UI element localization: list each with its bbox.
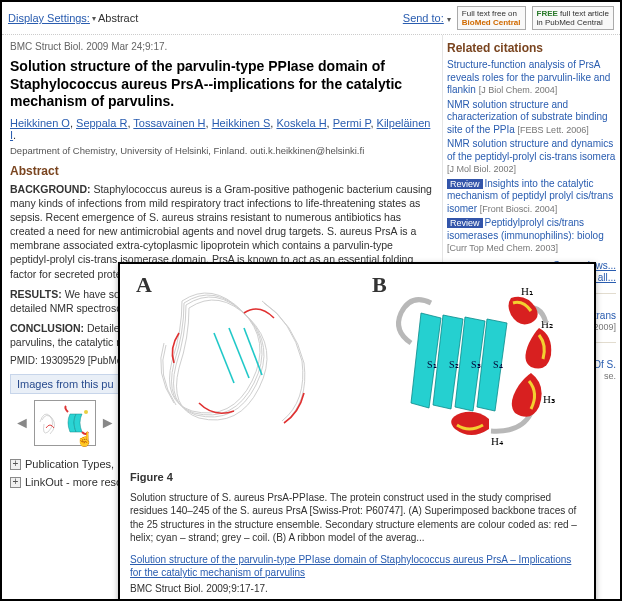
partial-line: Of S. [593, 359, 616, 370]
send-to[interactable]: Send to: ▾ [403, 12, 451, 24]
figure-source-link[interactable]: Solution structure of the parvulin-type … [130, 553, 584, 580]
expander-label: LinkOut - more reso [25, 476, 122, 488]
citation-link[interactable]: NMR solution structure and characterizat… [447, 99, 616, 137]
svg-point-0 [84, 410, 88, 414]
plus-icon: + [10, 477, 21, 488]
badge-line2: BioMed Central [462, 18, 521, 27]
svg-text:S₄: S₄ [493, 359, 503, 370]
protein-ribbon-svg: H₁ H₂ H₃ H₄ S₁ S₂ S₃ [371, 273, 571, 453]
background-label: BACKGROUND: [10, 183, 91, 195]
svg-text:H₃: H₃ [543, 393, 555, 405]
results-label: RESULTS: [10, 288, 62, 300]
send-to-link[interactable]: Send to: [403, 12, 444, 24]
affiliation: Department of Chemistry, University of H… [10, 145, 434, 156]
display-settings-link[interactable]: Display Settings: [8, 12, 90, 24]
author-link[interactable]: Tossavainen H [133, 117, 205, 129]
author-link[interactable]: Heikkinen S [212, 117, 271, 129]
pmc-badge[interactable]: FREE FREE full text articlefull text art… [532, 6, 614, 30]
badge-line1: FREE FREE full text articlefull text art… [537, 9, 609, 18]
figure-image-area[interactable]: A B [120, 264, 594, 462]
author-link[interactable]: Seppala R [76, 117, 127, 129]
citation-link[interactable]: ReviewInsights into the catalytic mechan… [447, 178, 616, 216]
biomed-central-badge[interactable]: Full text free on BioMed Central [457, 6, 526, 30]
figure-thumbnail[interactable]: ☝ [34, 400, 96, 446]
hand-cursor-icon: ☝ [76, 431, 93, 447]
display-settings-value: Abstract [98, 12, 138, 24]
display-settings[interactable]: Display Settings: ▾ Abstract [8, 12, 138, 24]
chevron-down-icon: ▾ [447, 15, 451, 24]
figure-popup: A B [118, 262, 596, 601]
journal-citation: BMC Struct Biol. 2009 Mar 24;9:17. [10, 41, 434, 52]
related-citations-heading: Related citations [447, 41, 616, 55]
partial-line: se. [604, 371, 616, 381]
related-citations-section: Related citations Structure-function ana… [447, 41, 616, 283]
author-link[interactable]: Permi P [333, 117, 371, 129]
figure-caption-text: Solution structure of S. aureus PrsA-PPI… [130, 492, 577, 544]
figure-source-meta: BMC Struct Biol. 2009;9:17-17. [130, 582, 584, 596]
citation-link[interactable]: NMR solution structure and dynamics of t… [447, 138, 616, 176]
author-list: Heikkinen O, Seppala R, Tossavainen H, H… [10, 117, 434, 141]
protein-ensemble-svg [144, 273, 344, 453]
svg-text:S₃: S₃ [471, 359, 481, 370]
author-link[interactable]: Koskela H [276, 117, 326, 129]
review-tag: Review [447, 179, 483, 189]
expander-label: Publication Types, M [25, 458, 126, 470]
related-citations-list: Structure-function analysis of PrsA reve… [447, 59, 616, 255]
paper-title: Solution structure of the parvulin-type … [10, 58, 434, 111]
abstract-heading: Abstract [10, 164, 434, 178]
badge-line2: in PubMed Central [537, 18, 609, 27]
prev-thumb-arrow[interactable]: ◄ [14, 414, 30, 432]
svg-text:S₁: S₁ [427, 359, 437, 370]
plus-icon: + [10, 459, 21, 470]
figure-caption: Figure 4 Solution structure of S. aureus… [120, 462, 594, 601]
review-tag: Review [447, 218, 483, 228]
badge-line1: Full text free on [462, 9, 521, 18]
svg-text:H₁: H₁ [521, 285, 533, 297]
citation-link[interactable]: Structure-function analysis of PrsA reve… [447, 59, 616, 97]
author-link[interactable]: Heikkinen O [10, 117, 70, 129]
svg-text:H₄: H₄ [491, 435, 504, 447]
next-thumb-arrow[interactable]: ► [100, 414, 116, 432]
conclusion-label: CONCLUSION: [10, 322, 84, 334]
top-bar: Display Settings: ▾ Abstract Send to: ▾ … [2, 2, 620, 35]
figure-title: Figure 4 [130, 470, 584, 485]
chevron-down-icon: ▾ [92, 14, 96, 23]
svg-text:S₂: S₂ [449, 359, 459, 370]
citation-link[interactable]: ReviewPeptidylprolyl cis/trans isomerase… [447, 217, 616, 255]
